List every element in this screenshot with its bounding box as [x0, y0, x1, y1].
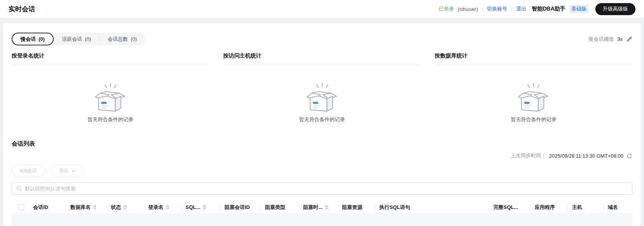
tab-active-sessions[interactable]: 活跃会话 (0) [54, 33, 99, 45]
column-label: SQL... [186, 204, 200, 210]
refresh-icon [626, 153, 632, 159]
table-actions: Kill会话 导出 [12, 165, 632, 177]
tab-label: 活跃会话 [62, 36, 82, 43]
empty-state: 暂无符合条件的记录 [435, 65, 632, 125]
pencil-icon [626, 36, 632, 42]
session-tab-group: 慢会话 (0) 活跃会话 (0) 会话总数 (0) [12, 33, 145, 45]
sort-icon [166, 205, 169, 210]
select-all-checkbox[interactable] [18, 204, 24, 210]
session-list-title: 会话列表 [12, 140, 632, 148]
column-label: 会话ID [33, 204, 48, 211]
app-name: 智能DBA助手 [532, 5, 565, 12]
column-label: 主机 [572, 204, 582, 211]
login-user: (rdsuser) [458, 6, 478, 12]
switch-account-link[interactable]: 切换账号 [487, 5, 507, 12]
tabs-row: 慢会话 (0) 活跃会话 (0) 会话总数 (0) 慢会话阈值 3s [12, 33, 632, 45]
divider: | [511, 6, 512, 12]
column-block-time[interactable]: 阻塞时... [299, 201, 338, 214]
last-sync-time: 2025/09/28 11:13:30 GMT+08:00 [549, 153, 623, 159]
empty-text: 暂无符合条件的记录 [511, 116, 556, 123]
column-label: 完整SQL... [493, 204, 518, 211]
tab-label: 会话总数 [108, 36, 128, 43]
column-database-name[interactable]: 数据库名 [66, 201, 107, 214]
table-body-empty-strip [12, 213, 632, 226]
empty-box-icon [305, 81, 339, 112]
kill-session-label: Kill会话 [20, 167, 37, 174]
chevron-down-icon [72, 170, 75, 172]
column-label: 阻塞资源 [342, 204, 362, 211]
stats-title: 按访问主机统计 [223, 52, 421, 65]
sync-row: 上次同步时间： 2025/09/28 11:13:30 GMT+08:00 [12, 152, 632, 159]
column-label: 应用程序 [535, 204, 555, 211]
column-application: 应用程序 [530, 201, 568, 214]
column-domain: 域名 [604, 201, 632, 214]
stats-row: 按登录名统计 暂无符合条件的记录 按访问主 [12, 52, 632, 125]
export-label: 导出 [59, 167, 69, 174]
column-label: 执行SQL语句 [379, 204, 410, 211]
column-exec-sql: 执行SQL语句 [375, 201, 489, 214]
empty-text: 暂无符合条件的记录 [88, 116, 133, 123]
threshold-value: 3s [617, 36, 623, 42]
column-session-id: 会话ID [29, 201, 66, 214]
search-bar [12, 183, 632, 195]
tab-total-sessions[interactable]: 会话总数 (0) [100, 33, 145, 45]
edit-threshold-button[interactable] [626, 36, 632, 42]
edition-badge: 基础版 [569, 5, 588, 13]
column-label: 数据库名 [70, 204, 91, 211]
stats-by-database: 按数据库统计 暂无符合条件的记录 [435, 52, 632, 125]
column-label: 阻塞类型 [265, 204, 285, 211]
column-label: 域名 [608, 204, 618, 211]
tab-count: (0) [39, 36, 45, 42]
stats-by-access-host: 按访问主机统计 暂无符合条件的记录 [223, 52, 421, 125]
main-card: 慢会话 (0) 活跃会话 (0) 会话总数 (0) 慢会话阈值 3s [3, 23, 641, 226]
table-header: 会话ID 数据库名 状态 登录名 SQL... 阻塞会话ID 阻塞类型 阻塞时.… [12, 201, 632, 214]
divider: | [482, 6, 483, 12]
topbar-right: 已登录 (rdsuser) | 切换账号 | 退出 智能DBA助手 基础版 升级… [439, 3, 635, 15]
column-full-sql: 完整SQL... [489, 201, 530, 214]
empty-state: 暂无符合条件的记录 [223, 65, 421, 125]
column-label: 状态 [111, 204, 121, 211]
last-sync-label: 上次同步时间： [511, 152, 546, 159]
column-label: 登录名 [148, 204, 163, 211]
column-block-type: 阻塞类型 [261, 201, 299, 214]
empty-text: 暂无符合条件的记录 [299, 116, 345, 123]
column-status[interactable]: 状态 [107, 201, 144, 214]
threshold-label: 慢会话阈值 [588, 36, 614, 43]
search-input[interactable] [25, 186, 628, 191]
tab-slow-sessions[interactable]: 慢会话 (0) [12, 33, 54, 45]
empty-box-icon [517, 81, 550, 112]
page-title: 实时会话 [9, 5, 35, 14]
tab-label: 慢会话 [21, 36, 36, 43]
column-label: 阻塞会话ID [225, 204, 250, 211]
stats-by-login-name: 按登录名统计 暂无符合条件的记录 [12, 52, 209, 125]
upgrade-button[interactable]: 升级高级版 [595, 3, 635, 15]
sort-icon [203, 205, 206, 210]
column-host: 主机 [568, 201, 604, 214]
column-block-resource: 阻塞资源 [338, 201, 375, 214]
login-status: 已登录 [439, 5, 454, 12]
logout-link[interactable]: 退出 [516, 5, 526, 12]
column-blocking-session-id: 阻塞会话ID [220, 201, 261, 214]
column-label: 阻塞时... [303, 204, 323, 211]
empty-box-icon [94, 81, 127, 112]
stats-title: 按数据库统计 [435, 52, 632, 65]
select-all-cell [12, 201, 29, 214]
sort-icon [325, 205, 328, 210]
sort-icon [93, 205, 97, 210]
empty-state: 暂无符合条件的记录 [12, 65, 209, 125]
column-login-name[interactable]: 登录名 [144, 201, 181, 214]
refresh-button[interactable] [626, 153, 632, 159]
slow-session-threshold: 慢会话阈值 3s [588, 36, 632, 43]
top-bar: 实时会话 已登录 (rdsuser) | 切换账号 | 退出 智能DBA助手 基… [0, 0, 644, 18]
sort-icon [123, 205, 127, 210]
tab-count: (0) [131, 36, 137, 42]
tab-count: (0) [85, 36, 91, 42]
column-sql[interactable]: SQL... [181, 201, 220, 214]
stats-title: 按登录名统计 [12, 52, 209, 65]
export-button[interactable]: 导出 [50, 165, 84, 177]
kill-session-button[interactable]: Kill会话 [12, 165, 46, 177]
search-icon [16, 186, 22, 191]
